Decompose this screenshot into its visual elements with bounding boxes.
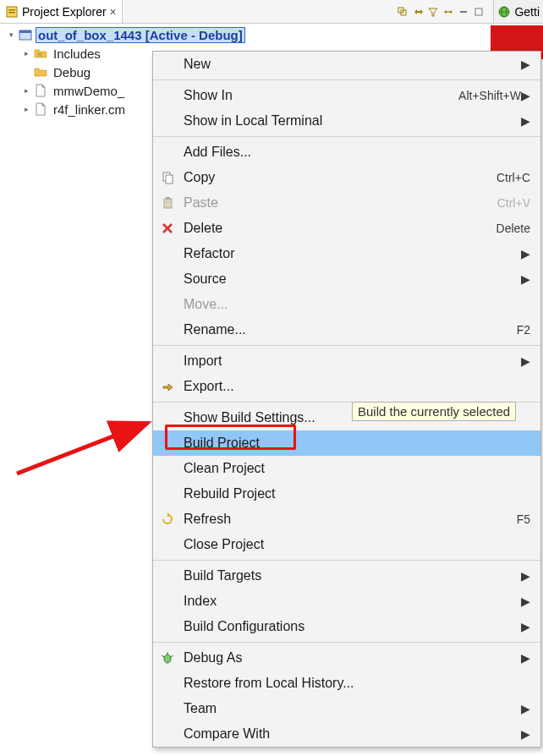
menu-separator [153,345,540,346]
menu-item-copy[interactable]: CopyCtrl+C [153,165,540,190]
getting-started-tab[interactable]: Getti [493,0,543,23]
getting-started-label: Getti [514,5,540,19]
menu-item-label: New [184,57,521,72]
annotation-arrow [0,364,169,482]
shortcut-label: Ctrl+V [497,196,530,210]
svg-rect-18 [164,199,172,208]
menu-item-label: Import [184,353,521,369]
shortcut-label: Delete [496,222,530,235]
menu-item-export[interactable]: Export... [153,374,540,399]
menu-item-index[interactable]: Index▶ [153,589,540,614]
menu-item-build-project[interactable]: Build Project [153,430,540,456]
submenu-arrow-icon: ▶ [521,702,530,715]
tab-label: Project Explorer [22,5,107,19]
menu-item-source[interactable]: Source▶ [153,266,540,292]
focus-icon[interactable] [442,6,454,18]
menu-item-paste: PasteCtrl+V [153,190,540,216]
blank-icon [160,461,175,476]
tooltip: Build the currently selected [352,402,516,421]
submenu-arrow-icon: ▶ [521,651,530,665]
project-explorer-header: Project Explorer × Getti [0,0,543,24]
export-icon [160,379,175,394]
expand-toggle-icon[interactable]: ▸ [20,103,32,115]
menu-item-refresh[interactable]: RefreshF5 [153,507,540,532]
file-icon [34,84,47,97]
globe-icon [497,5,511,19]
blank-icon [160,436,175,451]
maximize-icon[interactable] [473,6,485,18]
svg-rect-9 [475,8,482,15]
tree-root-project[interactable]: ▾ out_of_box_1443 [Active - Debug] [3,25,540,44]
menu-item-refactor[interactable]: Refactor▶ [153,241,540,266]
menu-item-label: Close Project [184,537,530,552]
project-explorer-tab[interactable]: Project Explorer × [0,0,123,23]
folder-icon [34,65,47,79]
menu-item-team[interactable]: Team▶ [153,696,540,721]
menu-item-label: Move... [184,297,530,312]
link-editor-icon[interactable] [412,6,424,18]
menu-item-label: Restore from Local History... [184,676,530,691]
menu-item-label: Index [184,594,521,609]
menu-item-show-in[interactable]: Show InAlt+Shift+W▶ [153,83,540,108]
blank-icon [160,246,175,261]
submenu-arrow-icon: ▶ [521,594,530,608]
menu-item-close-project[interactable]: Close Project [153,532,540,557]
blank-icon [160,486,175,501]
svg-rect-2 [8,12,15,14]
blank-icon [160,271,175,287]
svg-rect-8 [460,11,467,13]
blank-icon [160,297,175,312]
submenu-arrow-icon: ▶ [521,354,530,368]
expand-toggle-icon[interactable]: ▸ [20,85,32,96]
tree-item-label: Includes [52,47,102,61]
tooltip-text: Build the currently selected [358,404,510,419]
menu-item-restore-from-local-history[interactable]: Restore from Local History... [153,671,540,696]
menu-item-delete[interactable]: DeleteDelete [153,216,540,241]
menu-item-debug-as[interactable]: Debug As▶ [153,645,540,671]
filter-icon[interactable] [427,6,439,18]
view-toolbar [397,6,488,18]
menu-item-label: Build Project [184,436,530,451]
menu-item-label: Export... [184,379,530,394]
blank-icon [160,726,175,742]
blank-icon [160,113,175,129]
navigator-icon [5,5,19,19]
menu-item-label: Source [184,271,521,287]
collapse-all-icon[interactable] [397,6,409,18]
includes-icon: h [34,47,47,60]
svg-line-24 [162,655,164,657]
submenu-arrow-icon: ▶ [521,114,530,128]
project-icon [19,28,32,41]
menu-item-rebuild-project[interactable]: Rebuild Project [153,481,540,507]
menu-item-label: Rebuild Project [184,486,530,501]
expand-toggle-icon[interactable] [20,66,32,78]
menu-item-compare-with[interactable]: Compare With▶ [153,721,540,747]
tree-item-label: mmwDemo_ [52,84,126,98]
menu-item-label: Build Targets [184,568,521,583]
menu-item-build-targets[interactable]: Build Targets▶ [153,563,540,589]
menu-item-new[interactable]: New▶ [153,52,540,77]
menu-item-rename[interactable]: Rename...F2 [153,317,540,342]
menu-separator [153,136,540,137]
menu-separator [153,79,540,80]
delete-icon [160,221,175,236]
menu-item-label: Clean Project [184,461,530,476]
menu-item-build-configurations[interactable]: Build Configurations▶ [153,614,540,639]
minimize-icon[interactable] [458,6,469,18]
close-icon[interactable]: × [110,5,117,19]
menu-item-show-in-local-terminal[interactable]: Show in Local Terminal▶ [153,108,540,134]
collapse-toggle-icon[interactable]: ▾ [5,29,17,41]
blank-icon [160,145,175,160]
menu-item-clean-project[interactable]: Clean Project [153,456,540,481]
blank-icon [160,88,175,103]
blank-icon [160,676,175,691]
submenu-arrow-icon: ▶ [521,569,530,583]
svg-line-26 [17,423,148,474]
menu-item-import[interactable]: Import▶ [153,348,540,374]
svg-rect-14 [19,30,31,33]
expand-toggle-icon[interactable]: ▸ [20,47,32,59]
menu-item-label: Show in Local Terminal [184,113,521,129]
menu-separator [153,560,540,561]
submenu-arrow-icon: ▶ [521,89,530,102]
menu-item-add-files[interactable]: Add Files... [153,140,540,165]
